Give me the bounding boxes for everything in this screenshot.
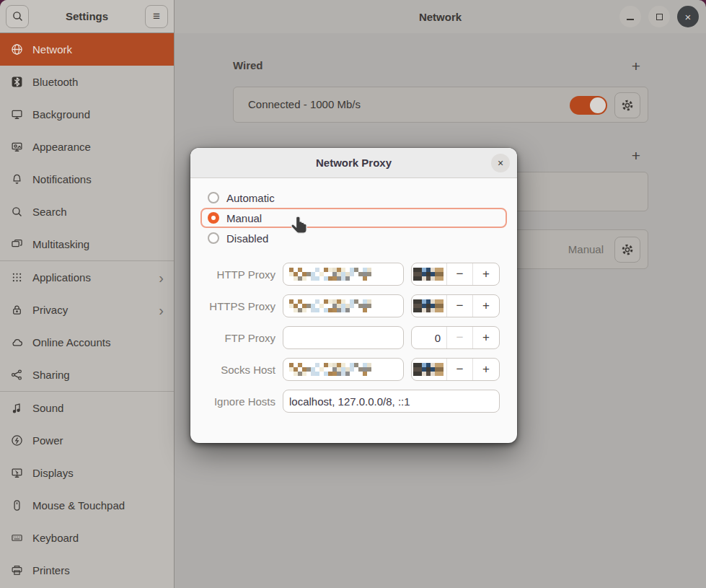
- increment-button[interactable]: +: [473, 295, 499, 317]
- main-menu-button[interactable]: ≡: [145, 5, 168, 28]
- sidebar-item-multitasking[interactable]: Multitasking: [0, 228, 174, 260]
- proxy-form: HTTP Proxy − + HTTPS Proxy − +: [202, 263, 507, 413]
- proxy-settings-button[interactable]: [614, 237, 640, 263]
- lock-icon: [11, 304, 23, 316]
- keyboard-icon: [11, 532, 23, 544]
- decrement-button[interactable]: −: [447, 263, 473, 285]
- close-icon: ×: [685, 12, 692, 22]
- socks-port-value: [412, 359, 447, 380]
- http-port-value: [412, 263, 447, 285]
- gear-icon: [620, 98, 635, 113]
- decrement-button[interactable]: −: [447, 295, 473, 317]
- wired-status: Connected - 1000 Mb/s: [248, 98, 361, 110]
- search-icon: [12, 10, 24, 22]
- sidebar-item-mouse-touchpad[interactable]: Mouse & Touchpad: [0, 489, 174, 522]
- power-icon: [11, 434, 23, 447]
- sidebar-item-online-accounts[interactable]: Online Accounts: [0, 326, 174, 359]
- proxy-mode-automatic[interactable]: Automatic: [200, 188, 507, 208]
- sidebar-item-privacy[interactable]: Privacy ›: [0, 294, 174, 326]
- socks-host-input[interactable]: [283, 358, 404, 381]
- dialog-body: Automatic Manual Disabled HTTP Proxy: [190, 178, 517, 413]
- proxy-mode-manual[interactable]: Manual: [200, 208, 507, 228]
- toggle-knob: [590, 97, 606, 113]
- sidebar-headerbar: Settings ≡: [0, 0, 174, 33]
- close-window-button[interactable]: ×: [677, 6, 699, 27]
- sidebar-item-appearance[interactable]: Appearance: [0, 131, 174, 163]
- wired-heading: Wired: [233, 59, 263, 71]
- http-proxy-input[interactable]: [283, 263, 404, 286]
- sidebar-item-notifications[interactable]: Notifications: [0, 163, 174, 196]
- radio-checked-icon: [208, 212, 219, 224]
- increment-button[interactable]: +: [473, 327, 499, 348]
- redacted-value: [289, 299, 371, 312]
- https-port-value: [412, 295, 447, 317]
- redacted-value: [413, 363, 444, 376]
- sidebar-item-keyboard[interactable]: Keyboard: [0, 522, 174, 554]
- sidebar-item-search[interactable]: Search: [0, 196, 174, 228]
- bluetooth-icon: [11, 76, 23, 88]
- printer-icon: [11, 564, 23, 576]
- redacted-value: [289, 268, 371, 281]
- sidebar-item-applications[interactable]: Applications ›: [0, 261, 174, 294]
- wired-connection-row[interactable]: Connected - 1000 Mb/s: [233, 87, 648, 123]
- ftp-proxy-label: FTP Proxy: [202, 332, 275, 344]
- sidebar-item-sound[interactable]: Sound: [0, 392, 174, 424]
- http-proxy-label: HTTP Proxy: [202, 268, 275, 281]
- sidebar-item-bluetooth[interactable]: Bluetooth: [0, 66, 174, 98]
- ignore-hosts-label: Ignore Hosts: [202, 395, 275, 408]
- increment-button[interactable]: +: [473, 359, 499, 380]
- ignore-hosts-input[interactable]: localhost, 127.0.0.0/8, ::1: [283, 390, 500, 413]
- sidebar-item-power[interactable]: Power: [0, 424, 174, 457]
- multitasking-icon: [11, 238, 23, 250]
- wired-toggle[interactable]: [570, 96, 607, 115]
- maximize-button[interactable]: [648, 6, 670, 27]
- proxy-mode-disabled[interactable]: Disabled: [200, 228, 507, 248]
- magnifier-icon: [11, 206, 23, 218]
- chevron-right-icon: ›: [159, 303, 174, 317]
- add-wired-connection-button[interactable]: +: [627, 58, 645, 75]
- https-proxy-input[interactable]: [283, 294, 404, 317]
- radio-label: Manual: [226, 212, 262, 224]
- share-icon: [11, 369, 23, 381]
- add-vpn-button[interactable]: +: [627, 147, 645, 164]
- hamburger-icon: ≡: [153, 9, 160, 24]
- settings-window: Settings ≡ Network Bluetooth Background …: [0, 0, 706, 588]
- socks-host-label: Socks Host: [202, 364, 275, 376]
- radio-icon: [208, 232, 219, 244]
- chevron-right-icon: ›: [159, 271, 174, 285]
- ftp-proxy-input[interactable]: [283, 326, 404, 349]
- sidebar-title: Settings: [66, 10, 108, 22]
- redacted-value: [289, 363, 371, 376]
- minimize-button[interactable]: [619, 6, 641, 27]
- ftp-port-spinner[interactable]: 0 − +: [411, 326, 500, 349]
- decrement-button[interactable]: −: [447, 359, 473, 380]
- mouse-cursor: [290, 215, 312, 240]
- sidebar-item-network[interactable]: Network: [0, 33, 174, 66]
- page-title: Network: [419, 11, 462, 23]
- gear-icon: [620, 242, 635, 257]
- appearance-icon: [11, 141, 23, 153]
- sidebar-item-displays[interactable]: Displays: [0, 457, 174, 489]
- maximize-icon: [656, 14, 663, 20]
- close-icon: ×: [498, 157, 503, 169]
- sidebar-list: Network Bluetooth Background Appearance …: [0, 33, 174, 587]
- sidebar-item-printers[interactable]: Printers: [0, 554, 174, 587]
- cloud-icon: [11, 336, 23, 348]
- globe-icon: [11, 43, 23, 56]
- search-button[interactable]: [6, 5, 29, 28]
- background-icon: [11, 108, 23, 120]
- ftp-port-value: 0: [412, 327, 447, 348]
- dialog-headerbar: Network Proxy ×: [190, 148, 517, 178]
- dialog-close-button[interactable]: ×: [491, 154, 510, 172]
- https-port-spinner[interactable]: − +: [411, 294, 500, 317]
- sidebar-item-background[interactable]: Background: [0, 98, 174, 131]
- wired-settings-button[interactable]: [614, 92, 640, 118]
- socks-port-spinner[interactable]: − +: [411, 358, 500, 381]
- sidebar-item-sharing[interactable]: Sharing: [0, 359, 174, 391]
- increment-button[interactable]: +: [473, 263, 499, 285]
- app-grid-icon: [11, 271, 23, 284]
- http-port-spinner[interactable]: − +: [411, 263, 500, 286]
- window-controls: ×: [619, 6, 699, 27]
- decrement-button[interactable]: −: [447, 327, 473, 348]
- mouse-icon: [11, 499, 23, 512]
